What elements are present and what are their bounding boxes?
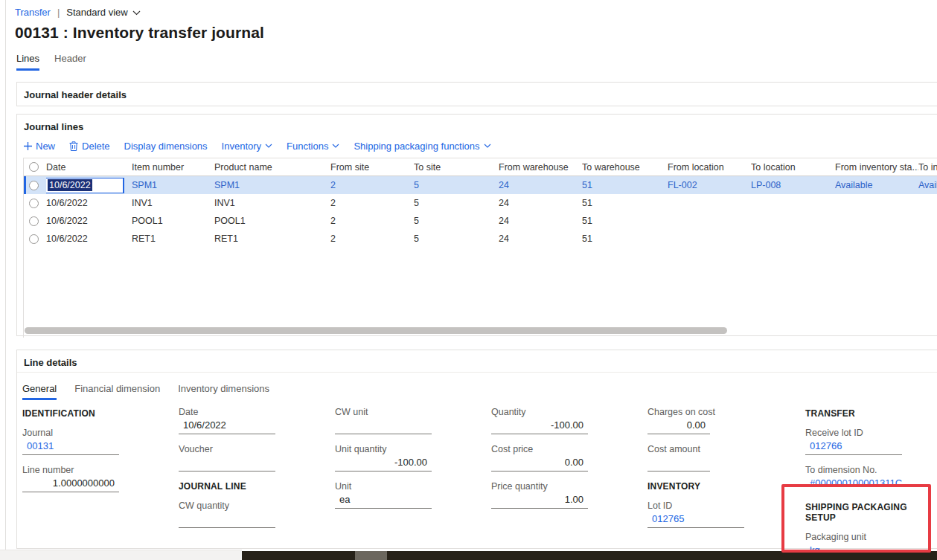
- breadcrumb: Transfer | Standard view: [15, 7, 141, 18]
- field-voucher: Voucher: [179, 444, 335, 472]
- field-value-to-dimension-no[interactable]: #000000100001311C: [805, 477, 902, 492]
- column-header-to_status[interactable]: To inv: [918, 162, 937, 173]
- cell-from_site[interactable]: 2: [330, 234, 414, 244]
- column-header-from_loc[interactable]: From location: [668, 162, 751, 173]
- column-header-from_site[interactable]: From site: [330, 162, 414, 173]
- column-header-to_loc[interactable]: To location: [751, 162, 835, 173]
- column-header-item[interactable]: Item number: [132, 162, 214, 173]
- cell-date[interactable]: 10/6/2022: [46, 234, 132, 244]
- journal-lines-title[interactable]: Journal lines: [17, 115, 937, 132]
- cell-item[interactable]: POOL1: [132, 216, 214, 226]
- cell-from_wh[interactable]: 24: [499, 216, 582, 226]
- table-row[interactable]: 10/6/2022INV1INV1252451: [24, 194, 937, 212]
- cell-from_wh[interactable]: 24: [499, 180, 582, 190]
- field-line-number: Line number1.0000000000: [22, 465, 179, 492]
- row-select-radio[interactable]: [29, 216, 39, 226]
- field-value-cw-unit[interactable]: [335, 419, 432, 434]
- field-value-receive-lot-id[interactable]: 012766: [805, 440, 902, 455]
- field-value-voucher[interactable]: [179, 457, 275, 472]
- cell-to_loc[interactable]: LP-008: [751, 180, 835, 190]
- column-header-to_wh[interactable]: To warehouse: [582, 162, 668, 173]
- line-details-title[interactable]: Line details: [17, 350, 937, 368]
- field-value-unit[interactable]: ea: [335, 494, 432, 509]
- cell-to_wh[interactable]: 51: [582, 234, 668, 244]
- cell-date[interactable]: 10/6/2022: [46, 178, 132, 193]
- field-value-cost-amount[interactable]: [647, 457, 710, 472]
- cell-to_wh[interactable]: 51: [582, 216, 668, 226]
- row-select-radio[interactable]: [29, 181, 39, 190]
- cell-from_site[interactable]: 2: [330, 180, 414, 190]
- cell-to_status[interactable]: Avail: [918, 180, 937, 190]
- field-value-cw-quantity[interactable]: [179, 513, 275, 528]
- row-select-radio[interactable]: [29, 199, 39, 208]
- field-value-quantity[interactable]: -100.00: [491, 419, 588, 434]
- cell-from_site[interactable]: 2: [330, 198, 414, 208]
- cell-product[interactable]: POOL1: [214, 216, 330, 226]
- delete-button[interactable]: Delete: [69, 141, 110, 152]
- field-price-quantity: Price quantity1.00: [491, 481, 647, 509]
- cell-to_site[interactable]: 5: [414, 180, 499, 190]
- table-row[interactable]: 10/6/2022SPM1SPM1252451FL-002LP-008Avail…: [24, 176, 937, 194]
- cell-to_wh[interactable]: 51: [582, 180, 668, 190]
- cell-date[interactable]: 10/6/2022: [46, 216, 132, 226]
- cell-product[interactable]: RET1: [214, 234, 330, 244]
- cell-to_site[interactable]: 5: [414, 198, 499, 208]
- line-details-card: Line details General Financial dimension…: [16, 350, 937, 549]
- cell-item[interactable]: SPM1: [132, 180, 214, 190]
- page-left-border: [5, 0, 6, 551]
- field-value-journal[interactable]: 00131: [22, 440, 119, 455]
- journal-lines-grid: DateItem numberProduct nameFrom siteTo s…: [23, 158, 937, 338]
- column-header-to_site[interactable]: To site: [414, 162, 499, 173]
- field-quantity: Quantity-100.00: [491, 407, 647, 434]
- table-row[interactable]: 10/6/2022POOL1POOL1252451: [24, 212, 937, 230]
- display-dimensions-button[interactable]: Display dimensions: [124, 141, 208, 152]
- column-header-date[interactable]: Date: [46, 162, 132, 173]
- field-value-cost-price[interactable]: 0.00: [491, 457, 588, 472]
- inventory-menu-button[interactable]: Inventory: [222, 141, 272, 152]
- cell-to_site[interactable]: 5: [414, 234, 499, 244]
- date-cell-input[interactable]: 10/6/2022: [46, 178, 124, 193]
- field-value-line-number[interactable]: 1.0000000000: [22, 477, 119, 492]
- cell-product[interactable]: SPM1: [214, 180, 330, 190]
- row-select-radio[interactable]: [29, 234, 39, 244]
- cell-to_site[interactable]: 5: [414, 216, 499, 226]
- breadcrumb-app-link[interactable]: Transfer: [15, 7, 51, 18]
- field-value-price-quantity[interactable]: 1.00: [491, 494, 588, 509]
- shipping-packaging-functions-label: Shipping packaging functions: [354, 141, 479, 152]
- table-row[interactable]: 10/6/2022RET1RET1252451: [24, 230, 937, 248]
- chevron-down-icon: [484, 144, 491, 148]
- breadcrumb-separator: |: [57, 7, 60, 18]
- tab-lines[interactable]: Lines: [16, 53, 39, 71]
- tab-general[interactable]: General: [22, 383, 57, 400]
- cell-date[interactable]: 10/6/2022: [46, 198, 132, 208]
- cell-item[interactable]: INV1: [132, 198, 214, 208]
- column-header-product[interactable]: Product name: [214, 162, 330, 173]
- row-radio-cell: [24, 234, 46, 244]
- tab-inventory-dimensions[interactable]: Inventory dimensions: [178, 383, 269, 400]
- cell-product[interactable]: INV1: [214, 198, 330, 208]
- functions-menu-button[interactable]: Functions: [287, 141, 339, 152]
- cell-from_site[interactable]: 2: [330, 216, 414, 226]
- horizontal-scrollbar[interactable]: [25, 327, 727, 334]
- field-value-lot-id[interactable]: 012765: [647, 513, 744, 528]
- field-value-date[interactable]: 10/6/2022: [179, 419, 275, 434]
- shipping-packaging-functions-menu-button[interactable]: Shipping packaging functions: [354, 141, 490, 152]
- new-button[interactable]: New: [24, 141, 55, 152]
- cell-to_wh[interactable]: 51: [582, 198, 668, 208]
- cell-from_wh[interactable]: 24: [499, 198, 582, 208]
- form-column-1: IDENTIFICATIONJournal00131Line number1.0…: [22, 407, 179, 560]
- column-header-from_status[interactable]: From inventory sta...: [835, 162, 918, 173]
- chevron-down-icon: [332, 144, 339, 148]
- field-value-charges-on-cost[interactable]: 0.00: [647, 419, 710, 434]
- tab-header[interactable]: Header: [54, 53, 86, 71]
- cell-from_status[interactable]: Available: [835, 180, 918, 190]
- select-all-radio[interactable]: [29, 162, 39, 172]
- journal-header-details-title[interactable]: Journal header details: [17, 83, 937, 100]
- tab-financial-dimension[interactable]: Financial dimension: [74, 383, 160, 400]
- cell-item[interactable]: RET1: [132, 234, 214, 244]
- view-selector[interactable]: Standard view: [66, 7, 140, 18]
- cell-from_loc[interactable]: FL-002: [668, 180, 751, 190]
- field-value-unit-quantity[interactable]: -100.00: [335, 457, 432, 472]
- column-header-from_wh[interactable]: From warehouse: [499, 162, 582, 173]
- cell-from_wh[interactable]: 24: [499, 234, 582, 244]
